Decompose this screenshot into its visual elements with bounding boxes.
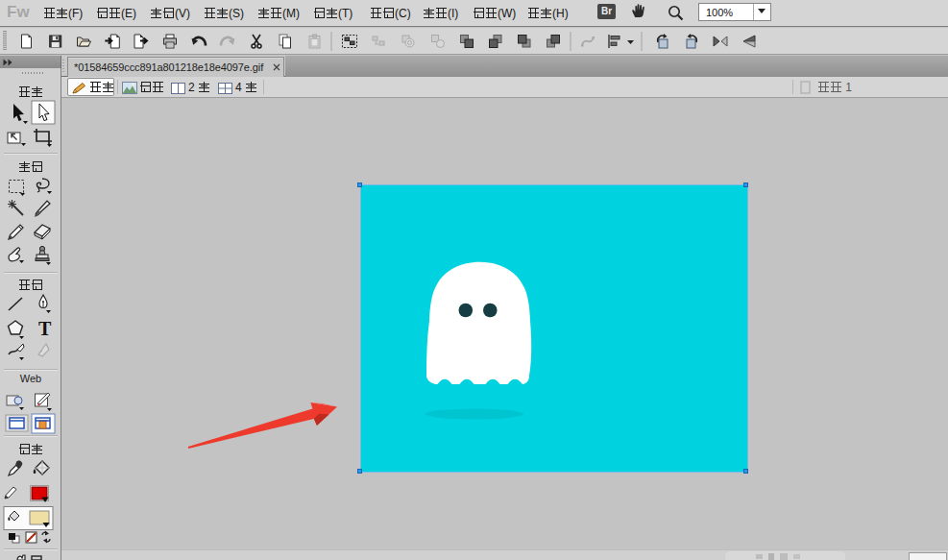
svg-text:T: T: [38, 318, 52, 339]
